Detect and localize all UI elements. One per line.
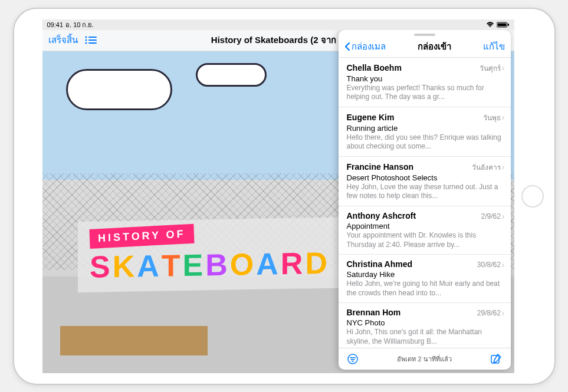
mail-subject: Running article (347, 124, 505, 133)
cloud-shape (196, 63, 267, 87)
mail-date: วันศุกร์› (480, 62, 505, 74)
mail-preview: Hello John, we're going to hit Muir earl… (347, 279, 505, 298)
mail-sender: Francine Hanson (347, 162, 414, 172)
mail-item[interactable]: Christina Ahmed 30/8/62› Saturday Hike H… (339, 255, 511, 303)
svg-point-3 (85, 37, 87, 38)
chevron-right-icon: › (502, 63, 505, 73)
svg-rect-6 (88, 39, 97, 41)
chevron-right-icon: › (502, 113, 505, 122)
edit-button[interactable]: แก้ไข (483, 39, 505, 54)
home-button[interactable] (521, 185, 544, 207)
cloud-shape (66, 69, 172, 110)
mail-preview: Hey John, Love the way these turned out.… (347, 183, 505, 201)
svg-point-5 (85, 39, 87, 41)
mail-item[interactable]: Francine Hanson วันอังคาร› Desert Photos… (339, 157, 511, 206)
chevron-right-icon: › (502, 308, 505, 318)
status-date: อ. 10 ก.ย. (65, 19, 94, 30)
mail-sender: Eugene Kim (347, 113, 395, 122)
svg-rect-4 (88, 37, 97, 38)
svg-rect-2 (508, 24, 509, 26)
mail-nav: กล่องเมล กล่องเข้า แก้ไข (339, 36, 511, 58)
mail-list[interactable]: Chella Boehm วันศุกร์› Thank you Everyth… (339, 58, 511, 348)
chevron-right-icon: › (502, 162, 505, 172)
mail-preview: Your appointment with Dr. Knowles is thi… (347, 231, 505, 249)
mail-sender: Chella Boehm (347, 63, 402, 73)
mail-preview: Hi John, This one's got it all: the Manh… (347, 328, 505, 346)
ipad-frame: 09:41 อ. 10 ก.ย. เสร็จสิ้น (13, 8, 556, 385)
chevron-right-icon: › (502, 212, 505, 221)
mail-title: กล่องเข้า (418, 39, 451, 54)
mail-sender: Anthony Ashcroft (347, 211, 416, 220)
back-label: กล่องเมล (352, 39, 386, 54)
compose-icon[interactable] (490, 353, 502, 365)
screen: 09:41 อ. 10 ก.ย. เสร็จสิ้น (42, 19, 514, 373)
svg-rect-1 (497, 23, 506, 26)
mail-item[interactable]: Anthony Ashcroft 2/9/62› Appointment You… (339, 206, 511, 255)
mail-date: 30/8/62› (477, 260, 505, 269)
svg-rect-8 (88, 42, 97, 44)
svg-rect-11 (350, 359, 354, 360)
mail-subject: Desert Photoshoot Selects (347, 173, 505, 182)
mail-date: 2/9/62› (481, 212, 504, 221)
wifi-icon (486, 22, 494, 28)
battery-icon (497, 22, 510, 28)
mail-sender: Brennan Hom (347, 308, 401, 317)
chevron-right-icon: › (502, 260, 505, 269)
back-button[interactable]: กล่องเมล (344, 39, 386, 54)
mail-subject: Thank you (347, 74, 505, 83)
mail-preview: Hello there, did you see this? Enrique w… (347, 133, 505, 151)
mail-sender: Christina Ahmed (347, 259, 413, 269)
svg-rect-12 (352, 361, 354, 362)
mail-slide-over[interactable]: กล่องเมล กล่องเข้า แก้ไข Chella Boehm วั… (339, 30, 511, 370)
status-time: 09:41 (47, 21, 64, 28)
svg-point-7 (85, 42, 87, 44)
mail-item[interactable]: Chella Boehm วันศุกร์› Thank you Everyth… (339, 58, 511, 107)
done-button[interactable]: เสร็จสิ้น (48, 33, 78, 47)
updated-label: อัพเดท 2 นาทีที่แล้ว (397, 354, 451, 364)
mail-date: วันพุธ› (483, 112, 505, 123)
list-icon[interactable] (85, 36, 97, 44)
mail-item[interactable]: Eugene Kim วันพุธ› Running article Hello… (339, 107, 511, 157)
status-bar: 09:41 อ. 10 ก.ย. (42, 19, 514, 30)
svg-rect-10 (350, 357, 356, 358)
mail-subject: Appointment (347, 222, 505, 230)
mail-date: วันอังคาร› (472, 162, 505, 173)
mail-toolbar: อัพเดท 2 นาทีที่แล้ว (339, 348, 511, 370)
banner-label: HISTORY OF (89, 224, 194, 249)
mail-preview: Everything was perfect! Thanks so much f… (347, 84, 505, 102)
mail-subject: NYC Photo (347, 318, 505, 327)
mail-date: 29/8/62› (477, 308, 505, 318)
mail-item[interactable]: Brennan Hom 29/8/62› NYC Photo Hi John, … (339, 303, 511, 347)
mail-subject: Saturday Hike (347, 270, 505, 279)
wooden-pallet (60, 326, 208, 355)
filter-icon[interactable] (347, 354, 359, 364)
